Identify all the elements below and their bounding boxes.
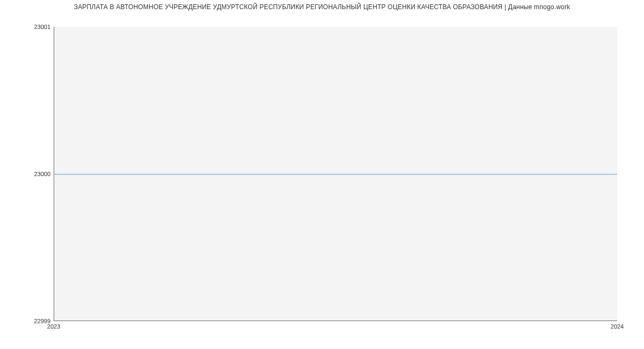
chart-title: ЗАРПЛАТА В АВТОНОМНОЕ УЧРЕЖДЕНИЕ УДМУРТС… [0,3,644,11]
x-tick-label: 2024 [611,323,624,330]
y-tick-label: 23000 [18,171,50,177]
plot-area [54,27,617,321]
chart-container: ЗАРПЛАТА В АВТОНОМНОЕ УЧРЕЖДЕНИЕ УДМУРТС… [0,0,644,349]
x-tick-label: 2023 [47,323,60,330]
series-line [54,174,617,174]
y-tick-label: 22999 [18,318,50,324]
y-tick-label: 23001 [18,24,50,30]
